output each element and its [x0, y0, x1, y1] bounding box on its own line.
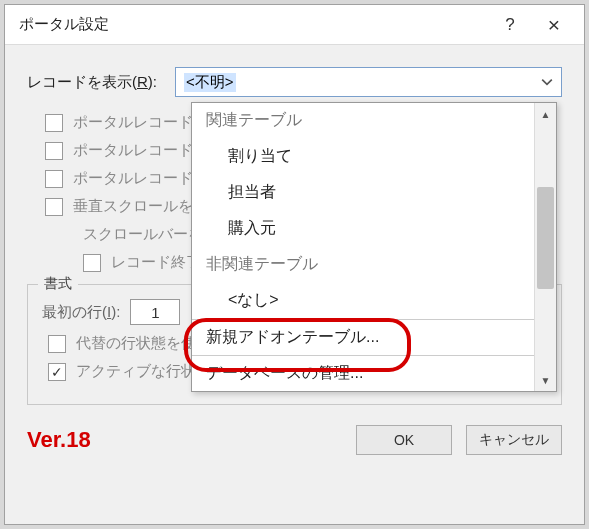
close-icon: ×: [548, 13, 560, 37]
help-icon: ?: [505, 15, 514, 35]
dropdown-scrollbar[interactable]: ▲ ▼: [534, 103, 556, 391]
show-records-combo[interactable]: <不明>: [175, 67, 562, 97]
checkbox-box: [45, 114, 63, 132]
dropdown-group-unrelated: 非関連テーブル: [192, 247, 534, 283]
dropdown-item-new-addon-table[interactable]: 新規アドオンテーブル...: [192, 319, 534, 355]
close-button[interactable]: ×: [532, 6, 576, 44]
dialog-title: ポータル設定: [19, 15, 488, 34]
cancel-button[interactable]: キャンセル: [466, 425, 562, 455]
show-records-label: レコードを表示(R):: [27, 73, 157, 92]
dropdown-group-related: 関連テーブル: [192, 103, 534, 139]
ok-button[interactable]: OK: [356, 425, 452, 455]
first-row-label: 最初の行(I):: [42, 303, 120, 322]
titlebar: ポータル設定 ? ×: [5, 5, 584, 45]
first-row-input[interactable]: [130, 299, 180, 325]
dropdown-item-db-manage[interactable]: データベースの管理...: [192, 355, 534, 391]
scroll-thumb[interactable]: [537, 187, 554, 289]
checkbox-box: [48, 335, 66, 353]
dropdown-list: 関連テーブル 割り当て 担当者 購入元 非関連テーブル <なし> 新規アドオンテ…: [192, 103, 534, 391]
scroll-down-icon[interactable]: ▼: [535, 369, 556, 391]
show-records-row: レコードを表示(R): <不明>: [27, 67, 562, 97]
checkbox-label: ポータルレコードの: [73, 141, 208, 160]
checkbox-box: [83, 254, 101, 272]
dropdown-item-vendor[interactable]: 購入元: [192, 211, 534, 247]
dropdown-item-none[interactable]: <なし>: [192, 283, 534, 319]
checkbox-box: [45, 170, 63, 188]
checkbox-label: ポータルレコードの: [73, 169, 208, 188]
checkbox-box: [45, 198, 63, 216]
chevron-down-icon: [541, 76, 553, 88]
version-label: Ver.18: [27, 427, 91, 453]
show-records-dropdown: 関連テーブル 割り当て 担当者 購入元 非関連テーブル <なし> 新規アドオンテ…: [191, 102, 557, 392]
checkbox-box-checked: [48, 363, 66, 381]
checkbox-label: 垂直スクロールを: [73, 197, 193, 216]
scroll-up-icon[interactable]: ▲: [535, 103, 556, 125]
checkbox-label: ポータルレコードの: [73, 113, 208, 132]
checkbox-label: レコード終了: [111, 253, 201, 272]
portal-settings-dialog: ポータル設定 ? × レコードを表示(R): <不明> ポータルレコードの ポー…: [4, 4, 585, 525]
dropdown-item-person[interactable]: 担当者: [192, 175, 534, 211]
format-legend: 書式: [38, 275, 78, 293]
dialog-footer: Ver.18 OK キャンセル: [5, 417, 584, 471]
dropdown-item-assignment[interactable]: 割り当て: [192, 139, 534, 175]
checkbox-box: [45, 142, 63, 160]
scroll-track[interactable]: [535, 125, 556, 369]
help-button[interactable]: ?: [488, 6, 532, 44]
combo-selected-value: <不明>: [184, 73, 236, 92]
